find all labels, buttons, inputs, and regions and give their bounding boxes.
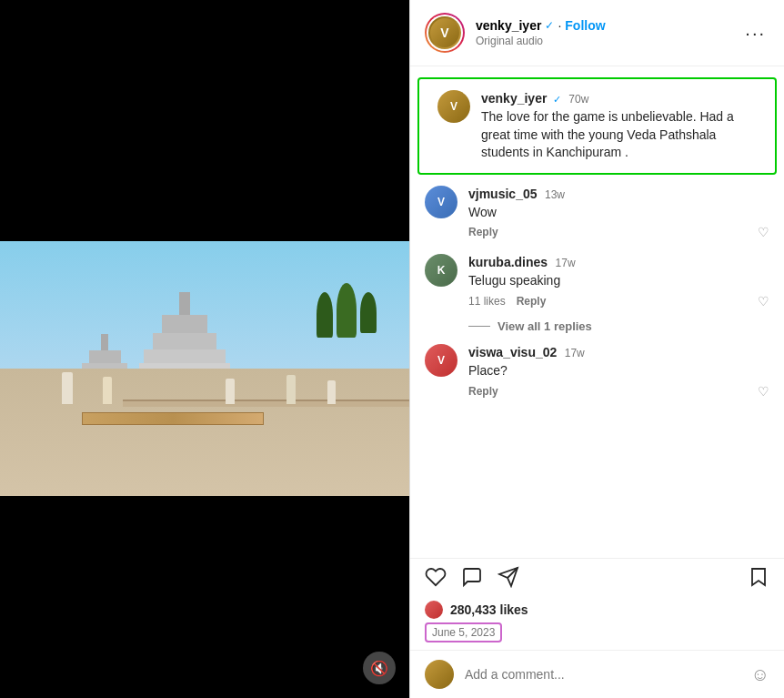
more-options-button[interactable]: ··· <box>741 23 769 44</box>
comment-reply-button[interactable]: Reply <box>517 295 547 308</box>
view-replies-text: View all 1 replies <box>498 319 592 333</box>
mute-icon: 🔇 <box>370 660 388 677</box>
actions-bar <box>410 558 784 601</box>
comment-avatar: K <box>425 254 457 287</box>
comment-like-icon[interactable]: ♡ <box>758 294 769 309</box>
view-replies-line <box>468 326 490 327</box>
comment-username[interactable]: kuruba.dines <box>468 255 548 269</box>
post-username[interactable]: venky_iyer <box>476 18 541 33</box>
comment-time: 13w <box>545 188 565 201</box>
comment-avatar: V <box>425 186 457 218</box>
comment-like-icon[interactable]: ♡ <box>758 384 769 399</box>
caption-author-avatar: V <box>437 90 470 123</box>
comment-item: V vjmusic_05 13w Wow Reply ♡ <box>410 178 784 248</box>
likes-avatar-preview <box>425 601 443 619</box>
avatar: V <box>430 18 459 47</box>
comment-username[interactable]: vjmusic_05 <box>468 187 538 201</box>
caption-body: venky_iyer ✓ 70w The love for the game i… <box>481 90 757 162</box>
svg-marker-2 <box>752 569 765 585</box>
header-info: venky_iyer ✓ · Follow Original audio <box>476 18 741 47</box>
likes-count[interactable]: 280,433 likes <box>450 602 528 617</box>
share-button[interactable] <box>498 566 519 593</box>
comment-item: V viswa_visu_02 17w Place? Reply ♡ <box>410 337 784 406</box>
comment-actions: 11 likes Reply ♡ <box>468 294 769 309</box>
separator-dot: · <box>558 18 561 33</box>
current-user-avatar <box>425 660 454 689</box>
caption-verified-icon: ✓ <box>553 94 561 105</box>
mute-button[interactable]: 🔇 <box>363 652 396 684</box>
comment-text: Place? <box>468 362 769 380</box>
follow-button[interactable]: Follow <box>565 18 605 33</box>
video-scene <box>0 241 409 496</box>
comment-time: 17w <box>556 257 576 269</box>
audio-label: Original audio <box>476 35 741 47</box>
comment-text: Wow <box>468 204 769 222</box>
comment-item: K kuruba.dines 17w Telugu speaking 11 li… <box>410 247 784 316</box>
comment-body: vjmusic_05 13w Wow Reply ♡ <box>468 186 769 240</box>
comment-body: kuruba.dines 17w Telugu speaking 11 like… <box>468 254 769 309</box>
caption-highlight-box: V venky_iyer ✓ 70w The love for the game… <box>417 77 777 175</box>
comment-time: 17w <box>565 347 585 359</box>
comment-actions: Reply ♡ <box>468 225 769 239</box>
video-black-top <box>0 0 409 241</box>
comment-body: viswa_visu_02 17w Place? Reply ♡ <box>468 344 769 399</box>
add-comment-input[interactable] <box>465 667 751 682</box>
like-button[interactable] <box>425 566 447 593</box>
post-date: June 5, 2023 <box>425 622 502 642</box>
post-header: V venky_iyer ✓ · Follow Original audio ·… <box>410 0 784 66</box>
comment-button[interactable] <box>461 566 483 593</box>
view-replies-button[interactable]: View all 1 replies <box>410 316 784 337</box>
comment-like-icon[interactable]: ♡ <box>758 225 769 239</box>
save-button[interactable] <box>748 566 769 593</box>
caption-username[interactable]: venky_iyer <box>481 91 547 106</box>
likes-row: 280,433 likes <box>425 601 769 619</box>
right-panel: V venky_iyer ✓ · Follow Original audio ·… <box>409 0 784 698</box>
caption-text: The love for the game is unbelievable. H… <box>481 108 757 162</box>
video-black-bottom: 🔇 <box>0 496 409 698</box>
comments-area: V venky_iyer ✓ 70w The love for the game… <box>410 66 784 558</box>
comment-actions: Reply ♡ <box>468 384 769 399</box>
comment-reply-button[interactable]: Reply <box>468 385 498 398</box>
comment-avatar: V <box>425 344 457 377</box>
comment-text: Telugu speaking <box>468 272 769 290</box>
caption-time: 70w <box>568 93 588 106</box>
comment-username[interactable]: viswa_visu_02 <box>468 345 557 359</box>
caption-comment: V venky_iyer ✓ 70w The love for the game… <box>423 83 771 169</box>
video-panel: 🔇 <box>0 0 409 698</box>
emoji-button[interactable]: ☺ <box>751 664 769 685</box>
verified-icon: ✓ <box>545 19 554 32</box>
post-author-avatar-ring: V <box>425 13 465 53</box>
comment-reply-button[interactable]: Reply <box>468 226 498 238</box>
post-meta: 280,433 likes June 5, 2023 <box>410 601 784 650</box>
add-comment-row: ☺ <box>410 650 784 698</box>
comment-like-count: 11 likes <box>468 295 506 308</box>
